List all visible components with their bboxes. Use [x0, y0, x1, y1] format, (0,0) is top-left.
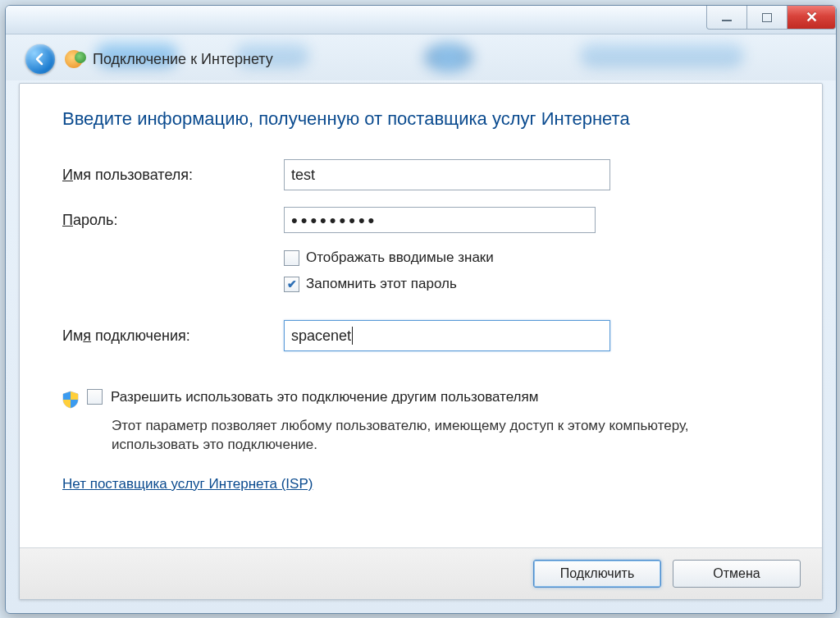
password-input[interactable]: •••••••••: [284, 207, 596, 233]
back-button[interactable]: [25, 44, 55, 74]
connection-name-input[interactable]: spacenet: [284, 320, 610, 351]
share-label: Разрешить использовать это подключение д…: [111, 389, 538, 405]
row-show-chars: Отображать вводимые знаки: [284, 249, 779, 266]
uac-shield-icon: [62, 391, 79, 409]
row-share: Разрешить использовать это подключение д…: [62, 389, 779, 409]
show-chars-label: Отображать вводимые знаки: [306, 249, 494, 266]
row-password: Пароль: •••••••••: [62, 207, 779, 233]
show-chars-checkbox[interactable]: [284, 250, 299, 266]
window-title: Подключение к Интернету: [93, 51, 273, 68]
nav-strip: Подключение к Интернету: [25, 44, 273, 74]
username-input[interactable]: [284, 159, 610, 190]
share-description: Этот параметр позволяет любому пользоват…: [112, 417, 779, 455]
share-checkbox[interactable]: [87, 389, 103, 405]
minimize-button[interactable]: [706, 6, 747, 30]
wizard-window: ✕ Подключение к Интернету Введите информ…: [5, 5, 837, 614]
row-remember: Запомнить этот пароль: [284, 276, 779, 292]
titlebar: ✕: [6, 6, 836, 34]
username-label: Имя пользователя:: [62, 167, 284, 184]
connect-button[interactable]: Подключить: [533, 560, 661, 588]
cancel-button[interactable]: Отмена: [673, 560, 801, 588]
row-connection-name: Имя подключения: spacenet: [62, 320, 779, 351]
row-username: Имя пользователя:: [62, 159, 779, 190]
remember-label: Запомнить этот пароль: [306, 276, 457, 292]
no-isp-link[interactable]: Нет поставщика услуг Интернета (ISP): [62, 476, 313, 492]
wizard-icon: [65, 50, 83, 68]
connection-name-label: Имя подключения:: [62, 327, 284, 345]
page-heading: Введите информацию, полученную от постав…: [62, 108, 779, 130]
maximize-button[interactable]: [747, 6, 788, 30]
content-panel: Введите информацию, полученную от постав…: [19, 83, 823, 600]
arrow-left-icon: [33, 52, 48, 66]
remember-checkbox[interactable]: [284, 277, 299, 292]
button-bar: Подключить Отмена: [20, 547, 822, 599]
close-button[interactable]: ✕: [788, 6, 836, 30]
window-controls: ✕: [706, 6, 836, 29]
password-label: Пароль:: [62, 212, 284, 229]
